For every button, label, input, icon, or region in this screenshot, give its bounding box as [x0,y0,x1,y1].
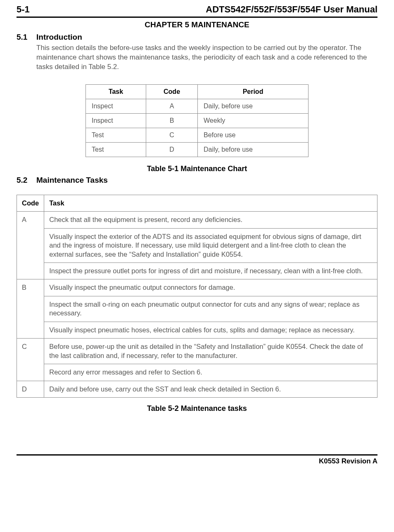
table-cell: B [146,113,198,128]
section-number: 5.1 [17,33,36,42]
page-number: 5-1 [17,4,30,15]
maintenance-tasks-table: Code Task ACheck that all the equipment … [17,195,377,398]
table-cell: Test [86,128,146,142]
table2-header-code: Code [17,195,44,211]
table-cell: Daily, before use [198,142,309,157]
table-row: Inspect the pressure outlet ports for in… [17,263,377,279]
table-cell: A [146,99,198,113]
table-row: InspectADaily, before use [86,99,309,113]
table2-header-task: Task [44,195,377,211]
code-cell: A [17,212,44,279]
task-cell: Visually inspect the exterior of the ADT… [44,228,377,262]
task-cell: Before use, power-up the unit as detaile… [44,339,377,364]
table1-header-task: Task [86,84,146,99]
table-row: DDaily and before use, carry out the SST… [17,381,377,397]
section-5-1-body: This section details the before-use task… [36,43,377,72]
table-row: ACheck that all the equipment is present… [17,212,377,228]
task-cell: Visually inspect pneumatic hoses, electr… [44,322,377,338]
table-cell: Inspect [86,113,146,128]
table1-caption: Table 5-1 Maintenance Chart [17,165,377,173]
task-cell: Inspect the small o-ring on each pneumat… [44,296,377,322]
code-cell: D [17,381,44,397]
table-row: CBefore use, power-up the unit as detail… [17,339,377,364]
footer-divider [17,454,377,456]
table-cell: C [146,128,198,142]
task-cell: Record any error messages and refer to S… [44,364,377,381]
table1-header-code: Code [146,84,198,99]
section-title: Introduction [36,33,82,42]
table-row: Visually inspect pneumatic hoses, electr… [17,322,377,338]
task-cell: Check that all the equipment is present,… [44,212,377,228]
table-row: Record any error messages and refer to S… [17,364,377,381]
table2-caption: Table 5-2 Maintenance tasks [17,404,377,413]
table-cell: Before use [198,128,309,142]
task-cell: Inspect the pressure outlet ports for in… [44,263,377,279]
table-cell: Weekly [198,113,309,128]
table-cell: D [146,142,198,157]
footer-text: K0553 Revision A [17,457,377,465]
table-row: Visually inspect the exterior of the ADT… [17,228,377,262]
header-divider [17,17,377,18]
chapter-title: CHAPTER 5 MAINTENANCE [17,20,377,29]
table-cell: Test [86,142,146,157]
table-cell: Inspect [86,99,146,113]
table-row: InspectBWeekly [86,113,309,128]
table-row: TestDDaily, before use [86,142,309,157]
section-number: 5.2 [17,176,36,185]
task-cell: Daily and before use, carry out the SST … [44,381,377,397]
table-row: Inspect the small o-ring on each pneumat… [17,296,377,322]
section-title: Maintenance Tasks [36,176,108,185]
document-title: ADTS542F/552F/553F/554F User Manual [206,4,377,15]
header-row: 5-1 ADTS542F/552F/553F/554F User Manual [17,4,377,15]
maintenance-chart-table: Task Code Period InspectADaily, before u… [85,84,309,157]
code-cell: B [17,279,44,339]
table-cell: Daily, before use [198,99,309,113]
table-row: TestCBefore use [86,128,309,142]
code-cell: C [17,339,44,381]
task-cell: Visually inspect the pneumatic output co… [44,279,377,296]
section-5-1-heading: 5.1 Introduction [17,33,377,42]
table1-header-period: Period [198,84,309,99]
section-5-2-heading: 5.2 Maintenance Tasks [17,176,377,185]
table-row: BVisually inspect the pneumatic output c… [17,279,377,296]
